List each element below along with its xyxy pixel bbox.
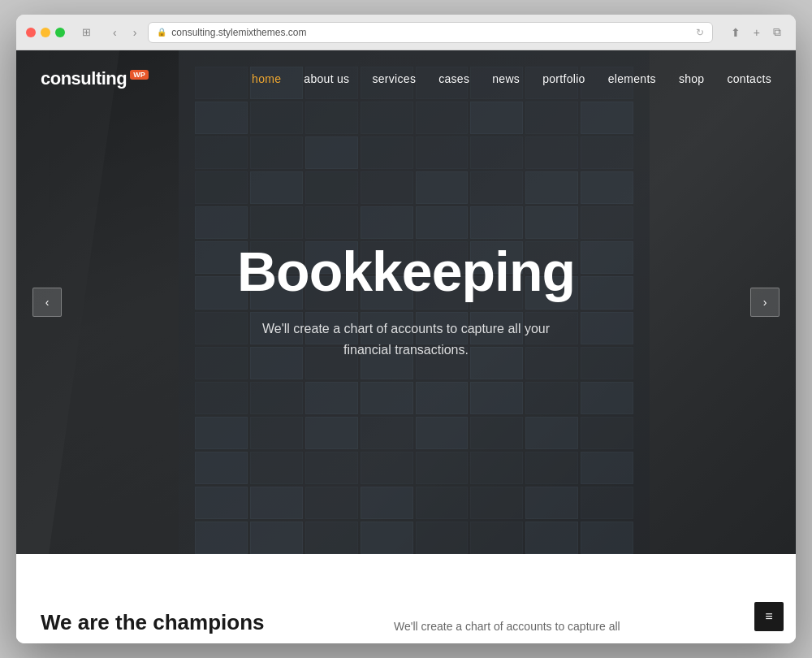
browser-controls: ⊞ <box>78 23 95 41</box>
below-right-content: We'll create a chart of accounts to capt… <box>369 617 771 635</box>
below-text: We'll create a chart of accounts to capt… <box>394 617 771 635</box>
below-fold-section: We are the champions We'll create a char… <box>16 554 796 643</box>
hamburger-menu-button[interactable]: ≡ <box>754 602 784 631</box>
window-grid-button[interactable]: ⊞ <box>78 23 95 41</box>
traffic-lights <box>26 28 65 37</box>
nav-item-shop[interactable]: shop <box>679 71 705 86</box>
maximize-button[interactable] <box>55 28 65 37</box>
website-content: consulting WP home about us services cas… <box>16 50 796 643</box>
nav-item-portfolio[interactable]: portfolio <box>542 71 585 86</box>
hero-subtitle: We'll create a chart of accounts to capt… <box>260 318 552 360</box>
back-button[interactable]: ‹ <box>108 23 122 42</box>
logo-text: consulting <box>41 68 127 89</box>
hero-title: Bookkeeping <box>237 244 575 299</box>
below-left-content: We are the champions <box>41 610 369 635</box>
slider-prev-button[interactable]: ‹ <box>32 288 62 317</box>
refresh-icon: ↻ <box>696 27 704 38</box>
site-header: consulting WP home about us services cas… <box>16 50 796 107</box>
browser-window: ⊞ ‹ › 🔒 consulting.stylemixthemes.com ↻ … <box>16 15 796 643</box>
nav-item-contacts[interactable]: contacts <box>727 71 771 86</box>
close-button[interactable] <box>26 28 36 37</box>
minimize-button[interactable] <box>41 28 50 37</box>
browser-actions: ⬆ + ⧉ <box>726 22 786 42</box>
nav-item-about[interactable]: about us <box>304 71 349 86</box>
nav-item-services[interactable]: services <box>372 71 416 86</box>
duplicate-button[interactable]: ⧉ <box>768 22 786 42</box>
new-tab-button[interactable]: + <box>749 22 765 42</box>
forward-button[interactable]: › <box>128 23 142 42</box>
nav-menu: home about us services cases news portfo… <box>252 71 771 86</box>
hero-section: consulting WP home about us services cas… <box>16 50 796 554</box>
address-bar[interactable]: 🔒 consulting.stylemixthemes.com ↻ <box>148 22 712 43</box>
logo[interactable]: consulting WP <box>41 68 149 89</box>
url-text: consulting.stylemixthemes.com <box>171 27 306 38</box>
share-button[interactable]: ⬆ <box>726 22 745 42</box>
browser-titlebar: ⊞ ‹ › 🔒 consulting.stylemixthemes.com ↻ … <box>16 15 796 50</box>
below-title: We are the champions <box>41 610 369 635</box>
nav-item-cases[interactable]: cases <box>438 71 469 86</box>
hero-content: Bookkeeping We'll create a chart of acco… <box>16 50 796 554</box>
lock-icon: 🔒 <box>157 28 166 37</box>
logo-badge: WP <box>130 70 149 80</box>
nav-item-news[interactable]: news <box>492 71 520 86</box>
slider-next-button[interactable]: › <box>750 288 780 317</box>
nav-item-home[interactable]: home <box>252 71 281 86</box>
nav-item-elements[interactable]: elements <box>608 71 656 86</box>
